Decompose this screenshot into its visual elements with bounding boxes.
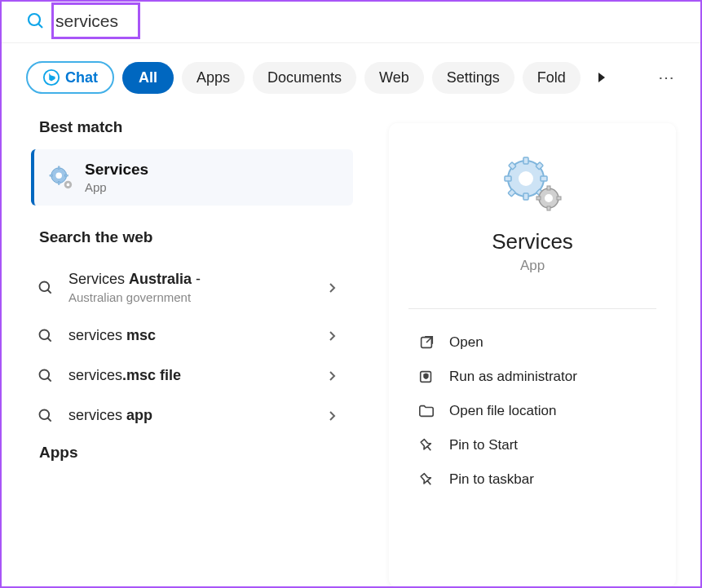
action-label: Open — [449, 334, 483, 351]
web-result-text: services.msc file — [68, 367, 312, 384]
search-input[interactable] — [54, 8, 217, 34]
web-result-title: services msc — [68, 327, 312, 344]
svg-rect-31 — [547, 186, 550, 190]
svg-rect-22 — [523, 193, 528, 200]
svg-rect-6 — [58, 181, 60, 184]
detail-title: Services — [413, 229, 651, 254]
divider — [408, 308, 656, 309]
bing-icon — [42, 69, 60, 86]
search-icon — [26, 11, 46, 31]
svg-line-12 — [48, 290, 51, 293]
svg-point-10 — [67, 183, 70, 186]
svg-rect-5 — [58, 166, 60, 169]
filter-folders[interactable]: Fold — [523, 62, 581, 94]
web-result-text: services msc — [68, 327, 312, 344]
web-result-text: Services Australia - Australian governme… — [68, 271, 312, 304]
svg-rect-7 — [50, 175, 53, 176]
svg-point-0 — [29, 14, 40, 25]
search-icon — [38, 408, 54, 424]
search-bar — [2, 2, 700, 43]
web-result-item[interactable]: services app — [31, 396, 353, 435]
chevron-right-icon — [327, 370, 338, 382]
svg-rect-33 — [536, 197, 541, 200]
svg-line-14 — [48, 338, 51, 341]
svg-rect-32 — [547, 206, 550, 210]
action-open-file-location[interactable]: Open file location — [413, 394, 651, 428]
open-icon — [418, 334, 435, 351]
web-result-item[interactable]: services msc — [31, 316, 353, 356]
web-result-subtitle: Australian government — [68, 290, 312, 304]
svg-point-17 — [40, 409, 50, 419]
action-label: Pin to Start — [449, 437, 518, 453]
filter-row: Chat All Apps Documents Web Settings Fol… — [2, 43, 700, 108]
chevron-right-icon — [327, 282, 338, 294]
best-match-title: Services — [85, 161, 148, 179]
svg-point-13 — [40, 329, 50, 339]
results-column: Best match Services App Search the web — [2, 108, 364, 587]
svg-rect-23 — [505, 176, 511, 181]
filter-apps[interactable]: Apps — [182, 62, 245, 94]
web-result-item[interactable]: services.msc file — [31, 356, 353, 396]
filter-settings[interactable]: Settings — [432, 62, 514, 94]
action-label: Run as administrator — [449, 369, 577, 385]
web-result-title: Services Australia - — [68, 271, 312, 288]
action-run-as-administrator[interactable]: Run as administrator — [413, 360, 651, 394]
action-label: Open file location — [449, 403, 556, 419]
action-pin-to-start[interactable]: Pin to Start — [413, 428, 651, 462]
svg-point-20 — [519, 171, 533, 186]
best-match-result[interactable]: Services App — [31, 149, 353, 206]
chevron-right-icon — [327, 330, 338, 342]
shield-icon — [418, 369, 435, 385]
folder-icon — [418, 403, 435, 419]
content: Best match Services App Search the web — [2, 108, 700, 587]
search-icon — [38, 328, 54, 344]
action-label: Pin to taskbar — [449, 471, 534, 488]
svg-line-18 — [48, 418, 51, 421]
svg-point-11 — [40, 281, 50, 291]
web-result-text: services app — [68, 407, 312, 424]
best-match-subtitle: App — [85, 180, 148, 194]
pin-icon — [418, 437, 435, 453]
chevron-right-icon — [327, 410, 338, 422]
more-icon[interactable]: ⋯ — [658, 68, 676, 87]
svg-rect-8 — [65, 175, 68, 176]
detail-panel: Services App Open Run as administrator O… — [389, 123, 676, 587]
svg-point-15 — [40, 369, 50, 379]
web-result-title: services.msc file — [68, 367, 312, 384]
apps-header: Apps — [39, 444, 364, 462]
filter-web[interactable]: Web — [364, 62, 424, 94]
action-open[interactable]: Open — [413, 325, 651, 360]
chat-label: Chat — [65, 69, 98, 86]
detail-app-icon — [413, 156, 651, 213]
svg-rect-21 — [523, 157, 528, 164]
web-result-title: services app — [68, 407, 312, 424]
svg-line-16 — [48, 378, 51, 381]
chat-pill[interactable]: Chat — [26, 61, 114, 94]
svg-rect-24 — [541, 176, 547, 181]
svg-point-4 — [55, 172, 62, 179]
next-arrow-icon[interactable] — [595, 71, 608, 84]
search-web-header: Search the web — [39, 228, 364, 246]
detail-column: Services App Open Run as administrator O… — [364, 108, 700, 587]
svg-point-30 — [545, 194, 553, 202]
best-match-header: Best match — [39, 118, 364, 136]
filter-all[interactable]: All — [122, 62, 174, 94]
best-match-text: Services App — [85, 161, 148, 194]
search-icon — [38, 280, 54, 296]
web-result-item[interactable]: Services Australia - Australian governme… — [31, 259, 353, 316]
svg-line-1 — [38, 24, 42, 28]
svg-rect-34 — [557, 197, 561, 200]
gear-icon — [49, 166, 73, 190]
search-icon — [38, 368, 54, 384]
detail-subtitle: App — [413, 258, 651, 274]
pin-icon — [418, 471, 435, 488]
action-pin-to-taskbar[interactable]: Pin to taskbar — [413, 462, 651, 497]
filter-documents[interactable]: Documents — [253, 62, 356, 94]
search-input-wrap — [54, 8, 676, 34]
